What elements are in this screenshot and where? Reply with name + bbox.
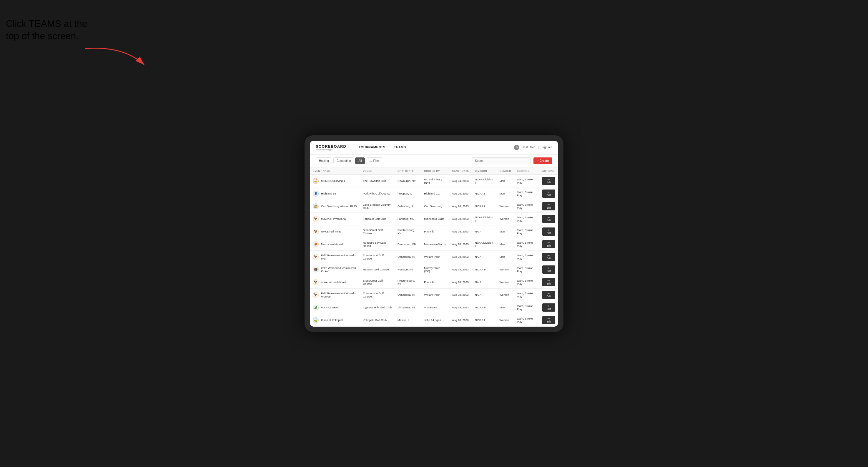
start-date-cell: Aug 28, 2023: [449, 250, 472, 263]
edit-button[interactable]: ✏ Edit: [542, 266, 555, 274]
scoring-cell: team, Stroke Play: [514, 213, 539, 225]
scoring-cell: team, Stroke Play: [514, 175, 539, 187]
create-button[interactable]: + Create: [533, 157, 552, 164]
hosted-by-cell: Mt. Saint Mary (NY): [421, 175, 449, 187]
col-gender: GENDER: [496, 167, 514, 175]
venue-cell: Cypress Hills Golf Club: [360, 301, 395, 314]
edit-button[interactable]: ✏ Edit: [542, 278, 555, 286]
division-cell: NICAA II: [472, 263, 497, 276]
start-date-cell: Aug 26, 2023: [449, 200, 472, 213]
team-icon: 🦅: [313, 229, 319, 235]
hosted-by-cell: Minnesota State: [421, 213, 449, 225]
event-name: UPKE Fall Invite: [321, 230, 341, 233]
team-icon: ⛳: [313, 178, 319, 184]
col-start-date: START DATE: [449, 167, 472, 175]
edit-button[interactable]: ✏ Edit: [542, 240, 555, 248]
division-cell: NAIA: [472, 250, 497, 263]
search-input[interactable]: [472, 157, 530, 164]
sign-out-link[interactable]: Sign out: [541, 146, 552, 149]
table-row: 🏫 Carl Sandburg Women FA23 Lake Bracken …: [310, 200, 558, 213]
venue-cell: The Powelton Club: [360, 175, 395, 187]
settings-icon[interactable]: ⚙: [514, 145, 519, 150]
hosted-by-cell: William Penn: [421, 288, 449, 301]
city-state-cell: Newburgh, NY: [395, 175, 421, 187]
edit-button[interactable]: ✏ Edit: [542, 316, 555, 324]
actions-cell: ✏ Edit: [539, 276, 558, 288]
tablet-screen: SCOREBOARD Powered by clippit TOURNAMENT…: [310, 141, 558, 326]
edit-button[interactable]: ✏ Edit: [542, 227, 555, 236]
table-row: ⛳ MSMC Qualifying 1 The Powelton Club Ne…: [310, 175, 558, 187]
venue-cell: Ruttger's Bay Lake Resort: [360, 238, 395, 250]
event-name-cell: ⛳ Klash at Kokopelli: [310, 314, 360, 326]
tab-teams[interactable]: TEAMS: [391, 144, 410, 151]
actions-cell: ✏ Edit: [539, 200, 558, 213]
table-row: 🦅 Maverick Invitational Faribault Golf C…: [310, 213, 558, 225]
venue-cell: StoneCrest Golf Course: [360, 276, 395, 288]
start-date-cell: Aug 25, 2023: [449, 187, 472, 200]
city-state-cell: Freeport, IL: [395, 187, 421, 200]
hosted-by-cell: Pikeville: [421, 276, 449, 288]
col-actions: ACTIONS: [539, 167, 558, 175]
division-cell: NICAA I: [472, 187, 497, 200]
event-name: MSMC Qualifying 1: [321, 179, 345, 182]
edit-button[interactable]: ✏ Edit: [542, 177, 555, 185]
edit-button[interactable]: ✏ Edit: [542, 215, 555, 223]
tab-tournaments[interactable]: TOURNAMENTS: [355, 144, 389, 151]
tournaments-table: EVENT NAME VENUE CITY, STATE HOSTED BY S…: [310, 167, 558, 326]
venue-cell: Park Hills Golf Course: [360, 187, 395, 200]
team-icon: 🦅: [313, 216, 319, 222]
gender-cell: Women: [496, 314, 514, 326]
scoring-cell: team, Stroke Play: [514, 187, 539, 200]
table-row: 🦅 Fall Statesmen Invitational - Women Ed…: [310, 288, 558, 301]
team-icon: 👤: [313, 191, 319, 196]
edit-button[interactable]: ✏ Edit: [542, 303, 555, 312]
edit-button[interactable]: ✏ Edit: [542, 253, 555, 261]
edit-button[interactable]: ✏ Edit: [542, 291, 555, 299]
scoring-cell: team, Stroke Play: [514, 301, 539, 314]
event-name: Klash at Kokopelli: [321, 318, 343, 322]
city-state-cell: Prestonsburg, KY: [395, 225, 421, 238]
event-name: Highland 36: [321, 192, 336, 195]
event-name-cell: 🦅 UPKE Fall Invite: [310, 225, 360, 238]
division-cell: NAIA: [472, 288, 497, 301]
start-date-cell: Aug 28, 2023: [449, 263, 472, 276]
team-icon: ⛳: [313, 317, 319, 323]
gender-cell: Men: [496, 301, 514, 314]
city-state-cell: Prestonsburg, KY: [395, 276, 421, 288]
filter-icon: ☰: [369, 159, 372, 162]
scoring-cell: team, Stroke Play: [514, 263, 539, 276]
edit-button[interactable]: ✏ Edit: [542, 202, 555, 210]
city-state-cell: Faribault, MN: [395, 213, 421, 225]
event-name-cell: 🦅 Fall Statesmen Invitational - Men: [310, 250, 360, 263]
edit-button[interactable]: ✏ Edit: [542, 189, 555, 198]
table-row: 🦊 Morris Invitational Ruttger's Bay Lake…: [310, 238, 558, 250]
competing-button[interactable]: Competing: [333, 157, 354, 164]
team-icon: 🐻: [313, 267, 319, 273]
gender-cell: Men: [496, 175, 514, 187]
gender-cell: Women: [496, 213, 514, 225]
actions-cell: ✏ Edit: [539, 250, 558, 263]
all-button[interactable]: All: [355, 157, 365, 164]
city-state-cell: Deerwood, MN: [395, 238, 421, 250]
gender-cell: Women: [496, 276, 514, 288]
team-icon: 🦅: [313, 254, 319, 260]
event-name-cell: 🦅 upike fall invitational: [310, 276, 360, 288]
city-state-cell: Hesston, KS: [395, 263, 421, 276]
hosted-by-cell: Pikeville: [421, 225, 449, 238]
hosting-button[interactable]: Hosting: [316, 157, 332, 164]
event-name: Maverick Invitational: [321, 217, 346, 220]
division-cell: NCAA Division III: [472, 175, 497, 187]
col-event-name: EVENT NAME: [310, 167, 360, 175]
start-date-cell: Aug 28, 2023: [449, 314, 472, 326]
city-state-cell: Galesburg, IL: [395, 200, 421, 213]
event-name-cell: 🐻 2023 Women's Hesston Fall Kickoff: [310, 263, 360, 276]
division-cell: NAIA: [472, 225, 497, 238]
gender-cell: Women: [496, 200, 514, 213]
division-cell: NAIA: [472, 276, 497, 288]
filter-button[interactable]: ☰ Filter: [366, 157, 383, 164]
event-name-cell: 🦅 Maverick Invitational: [310, 213, 360, 225]
event-name: Fall Statesmen Invitational - Women: [321, 291, 357, 298]
nav-right: ⚙ Test User | Sign out: [514, 145, 552, 150]
city-state-cell: Oskaloosa, IA: [395, 250, 421, 263]
arrow-indicator: [83, 45, 150, 70]
